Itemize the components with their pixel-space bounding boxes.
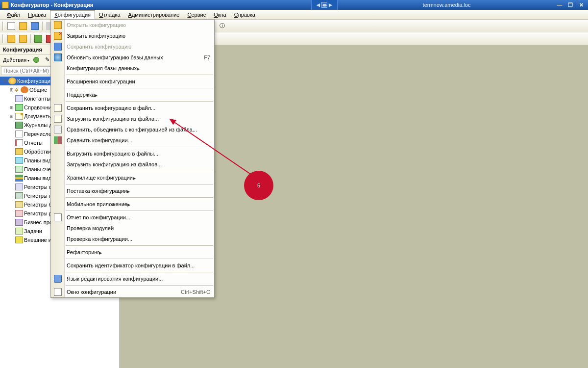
menu-shortcut: Ctrl+Shift+C xyxy=(181,289,210,295)
menu-item[interactable]: Рефакторинг xyxy=(51,247,214,258)
mic-win-icon xyxy=(54,288,62,296)
nic-root-icon xyxy=(8,78,16,84)
new-button[interactable] xyxy=(6,21,17,31)
submenu-arrow-icon xyxy=(95,92,98,98)
menu-item[interactable]: Поставка конфигурации xyxy=(51,185,214,196)
nic-cog-icon xyxy=(21,86,28,93)
menu-файл[interactable]: Файл xyxy=(3,11,24,19)
menu-item[interactable]: Расширения конфигурации xyxy=(51,76,214,87)
tb2-btn2[interactable] xyxy=(18,33,28,44)
menu-item[interactable]: Конфигурация базы данных xyxy=(51,63,214,74)
nic-task-icon xyxy=(15,228,23,235)
submenu-arrow-icon xyxy=(99,249,102,255)
nic-book-icon xyxy=(15,104,23,111)
pin-icon[interactable]: ⇹ xyxy=(321,2,327,8)
menu-item[interactable]: Сравнить, объединить с конфигурацией из … xyxy=(51,124,214,135)
menu-item[interactable]: Обновить конфигурацию базы данныхF7 xyxy=(51,52,214,63)
menu-item[interactable]: Сравнить конфигурации... xyxy=(51,135,214,146)
tree-label: Константы xyxy=(24,96,50,102)
minimize-button[interactable]: — xyxy=(556,1,564,8)
close-button[interactable]: ✕ xyxy=(577,1,585,8)
info-button[interactable]: ⓘ xyxy=(217,21,227,31)
menu-отладка[interactable]: Отладка xyxy=(95,11,124,19)
menu-item[interactable]: Загрузить конфигурацию из файла... xyxy=(51,113,214,124)
menu-item-label: Проверка конфигурации... xyxy=(67,236,132,242)
menu-окна[interactable]: Окна xyxy=(210,11,230,19)
tree-label: Общие xyxy=(29,87,47,93)
menu-item[interactable]: Сохранить конфигурацию в файл... xyxy=(51,103,214,113)
menu-item-label: Обновить конфигурацию базы данных xyxy=(67,54,163,60)
grip-icon[interactable] xyxy=(2,22,4,30)
tree-label: Перечислен xyxy=(24,131,54,137)
annotation-badge: 5 xyxy=(244,171,273,200)
tree-label: Отчеты xyxy=(24,140,43,146)
menu-item-label: Сохранить конфигурацию в файл... xyxy=(67,105,155,111)
nic-doc-icon xyxy=(15,113,23,120)
menu-item[interactable]: Хранилище конфигурации xyxy=(51,172,214,183)
tree-label: Планы счет xyxy=(24,166,53,172)
menu-item[interactable]: Язык редактирования конфигурации... xyxy=(51,273,214,284)
menu-item-label: Конфигурация базы данных xyxy=(67,65,137,71)
menu-справка[interactable]: Справка xyxy=(230,11,259,19)
menu-item-label: Мобильное приложение xyxy=(67,201,127,207)
menu-item[interactable]: Закрыть конфигурацию xyxy=(51,30,214,41)
menu-item-label: Закрыть конфигурацию xyxy=(67,33,125,39)
menu-item-label: Открыть конфигурацию xyxy=(67,22,126,28)
menu-item[interactable]: Окно конфигурацииCtrl+Shift+C xyxy=(51,287,214,297)
tree-label: Бизнес-про xyxy=(24,219,52,225)
menu-item[interactable]: Проверка конфигурации... xyxy=(51,234,214,244)
menu-item-label: Сохранить идентификатор конфигурации в ф… xyxy=(67,263,195,268)
menu-правка[interactable]: Правка xyxy=(24,11,50,19)
menu-item: Открыть конфигурацию xyxy=(51,20,214,30)
menu-item[interactable]: Выгрузить конфигурацию в файлы... xyxy=(51,148,214,159)
mic-loadfile-icon xyxy=(54,115,62,123)
menu-item-label: Поддержка xyxy=(67,92,95,98)
menu-сервис[interactable]: Сервис xyxy=(183,11,210,19)
menu-item-label: Сравнить конфигурации... xyxy=(67,137,132,143)
add-button[interactable] xyxy=(32,55,41,64)
submenu-arrow-icon xyxy=(133,175,136,181)
restore-button[interactable]: ❐ xyxy=(566,1,574,8)
app-icon xyxy=(2,1,9,8)
tree-label: Внешние ис xyxy=(24,237,54,243)
chevron-right-icon: ▶ xyxy=(329,2,332,7)
nic-enum-icon xyxy=(15,131,23,137)
mic-report-icon xyxy=(54,213,62,221)
actions-dropdown[interactable]: Действия xyxy=(2,57,30,63)
menu-item-label: Рефакторинг xyxy=(67,249,99,255)
menu-администрирование[interactable]: Администрирование xyxy=(124,11,184,19)
tree-label: Регистры б xyxy=(24,202,52,208)
save-button[interactable] xyxy=(29,21,40,31)
tb2-btn3[interactable] xyxy=(33,33,44,44)
nic-ext-icon xyxy=(15,237,23,243)
menu-item-label: Загрузить конфигурацию из файла... xyxy=(67,116,159,122)
mic-cmp-icon xyxy=(54,126,62,133)
remote-session-tab[interactable]: ◀ ⇹ ▶ xyxy=(311,0,338,10)
submenu-arrow-icon xyxy=(137,65,140,71)
menu-item[interactable]: Мобильное приложение xyxy=(51,199,214,210)
menu-item[interactable]: Проверка модулей xyxy=(51,223,214,234)
menu-item-label: Язык редактирования конфигурации... xyxy=(67,276,163,282)
submenu-arrow-icon xyxy=(127,201,130,207)
menu-конфигурация[interactable]: Конфигурация xyxy=(50,10,95,19)
nic-bp-icon xyxy=(15,219,23,226)
menu-item[interactable]: Поддержка xyxy=(51,89,214,100)
menu-shortcut: F7 xyxy=(204,54,210,60)
mic-cmp2-icon xyxy=(54,136,62,144)
tb2-btn1[interactable] xyxy=(6,33,17,44)
menu-bar: ФайлПравкаКонфигурацияОтладкаАдминистрир… xyxy=(0,10,588,20)
tree-label: Планы видо xyxy=(24,175,54,181)
menu-item[interactable]: Сохранить идентификатор конфигурации в ф… xyxy=(51,260,214,271)
tree-label: Регистры н xyxy=(24,193,52,199)
menu-item[interactable]: Загрузить конфигурацию из файлов... xyxy=(51,159,214,170)
remote-host-label: termnew.amedia.loc xyxy=(338,2,556,8)
annotation-number: 5 xyxy=(257,183,260,188)
tree-label: Регистры р xyxy=(24,210,52,216)
menu-item-label: Сохранить конфигурацию xyxy=(67,44,131,50)
tree-label: Конфигурация xyxy=(17,78,53,84)
tree-label: Документы xyxy=(24,113,52,119)
menu-item[interactable]: Отчет по конфигурации... xyxy=(51,212,214,223)
submenu-arrow-icon xyxy=(127,188,130,194)
open-button[interactable] xyxy=(18,21,28,31)
grip-icon[interactable] xyxy=(2,34,4,43)
